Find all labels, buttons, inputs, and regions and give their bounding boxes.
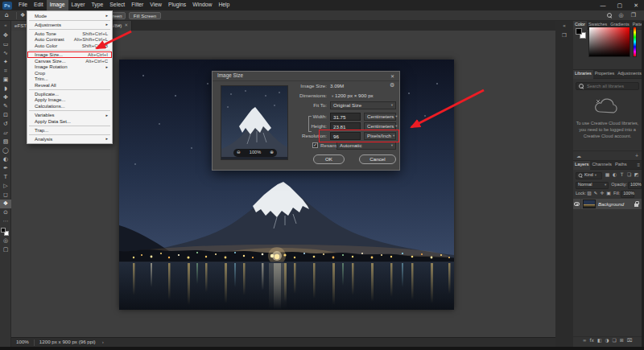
menu-item[interactable]: Variables ▸ — [27, 112, 112, 118]
menu-item[interactable]: Auto Contrast Alt+Shift+Ctrl+L ▸ — [27, 37, 112, 43]
close-button[interactable]: ✕ — [628, 0, 644, 10]
gear-icon[interactable]: ⚙ — [390, 83, 394, 89]
foreground-background-swatches[interactable] — [576, 28, 587, 39]
panel-menu-icon[interactable]: ≡ — [637, 163, 640, 167]
history-brush-tool[interactable]: ↺ — [0, 120, 11, 129]
shape-tool[interactable]: ◻ — [0, 191, 11, 200]
hue-slider[interactable] — [633, 27, 637, 57]
menu-item[interactable]: Apply Image... ▸ — [27, 97, 112, 104]
crop-tool[interactable]: ⌗ — [0, 67, 11, 76]
panel-tab[interactable]: Properties — [593, 70, 617, 79]
menubar-item[interactable]: File — [15, 0, 31, 10]
fill-screen-button[interactable]: Fill Screen — [129, 12, 161, 19]
blend-mode-dropdown[interactable]: Normal ▾ — [576, 182, 609, 189]
clone-stamp-tool[interactable]: ⊡ — [0, 111, 11, 120]
lock-position-icon[interactable]: ✛ — [599, 191, 605, 196]
new-layer-icon[interactable]: ⊞ — [620, 339, 624, 344]
edit-toolbar-icon[interactable]: ⋯ — [0, 217, 11, 226]
toolbar-collapse-icon[interactable]: « — [0, 21, 11, 29]
menubar-item[interactable]: View — [147, 0, 165, 10]
chevron-down-icon[interactable]: ▾ — [332, 94, 333, 98]
filter-shape-icon[interactable]: ❏ — [625, 173, 633, 178]
pen-tool[interactable]: ✒ — [0, 164, 11, 173]
library-search-field[interactable] — [576, 82, 639, 90]
maximize-button[interactable]: ▢ — [612, 0, 629, 10]
menubar-item[interactable]: Image — [47, 0, 68, 10]
resample-dropdown[interactable]: Automatic ▾ — [336, 142, 396, 150]
panel-stack-icon[interactable]: ❐ — [555, 31, 573, 40]
layer-visibility-toggle[interactable] — [573, 199, 581, 209]
frame-tool[interactable]: ▣ — [0, 76, 11, 84]
home-icon[interactable]: ⌂ — [5, 12, 9, 19]
layer-effects-icon[interactable]: fx — [590, 339, 594, 344]
delete-layer-icon[interactable]: ⌧ — [627, 339, 633, 344]
zoom-level[interactable]: 100% — [16, 340, 29, 344]
cancel-button[interactable]: Cancel — [359, 154, 396, 164]
filter-type-icon[interactable]: T — [618, 173, 625, 178]
tab-close-icon[interactable]: ✕ — [124, 23, 128, 28]
panel-tab[interactable]: Libraries — [573, 70, 593, 79]
status-chevron-icon[interactable]: › — [102, 340, 104, 344]
opacity-value[interactable]: 100% — [628, 182, 642, 189]
layer-mask-icon[interactable]: ◧ — [597, 339, 601, 344]
panel-tab[interactable]: Paths — [613, 161, 629, 170]
filter-adjustment-icon[interactable]: ◐ — [611, 173, 618, 178]
color-saturation-picker[interactable] — [588, 27, 630, 57]
panel-tab[interactable]: Layers — [573, 161, 590, 170]
menubar-item[interactable]: Type — [89, 0, 107, 10]
eyedropper-tool[interactable]: ◗ — [0, 84, 11, 93]
collapse-panels-icon[interactable]: « — [555, 21, 573, 31]
zoom-tool[interactable]: ⊙ — [0, 208, 11, 217]
menubar-item[interactable]: Filter — [128, 0, 147, 10]
workspace-switcher-icon[interactable]: ❐ — [631, 13, 636, 19]
move-tool[interactable]: ✥ — [0, 31, 11, 40]
foreground-background-swatches[interactable] — [1, 228, 10, 237]
layer-row-background[interactable]: Background — [573, 199, 642, 209]
fit-to-dropdown[interactable]: Original Size ▾ — [330, 101, 396, 109]
menubar-item[interactable]: Help — [215, 0, 233, 10]
dialog-title-bar[interactable]: Image Size ✕ — [213, 72, 399, 81]
eraser-tool[interactable]: ▱ — [0, 129, 11, 138]
menubar-item[interactable]: Plugins — [165, 0, 189, 10]
panel-tab[interactable]: Channels — [590, 161, 613, 170]
menu-item[interactable]: Trap... ▸ — [27, 127, 112, 134]
layer-group-icon[interactable]: ❏ — [613, 339, 617, 344]
lock-transparency-icon[interactable]: ▨ — [586, 191, 592, 196]
zoom-in-icon[interactable]: ⊕ — [270, 150, 274, 155]
brush-tool[interactable]: ✎ — [0, 102, 11, 111]
menubar-item[interactable]: Edit — [31, 0, 47, 10]
menu-item[interactable]: Apply Data Set... ▸ — [27, 118, 112, 125]
path-selection-tool[interactable]: ▷ — [0, 182, 11, 191]
dodge-tool[interactable]: ◐ — [0, 155, 11, 164]
fill-value[interactable]: 100% — [621, 191, 634, 198]
menu-item[interactable]: Auto Tone Shift+Ctrl+L ▸ — [27, 31, 112, 37]
menu-item[interactable]: Adjustments ▸ — [27, 22, 112, 28]
menu-item[interactable]: Mode ▸ — [27, 13, 112, 19]
ok-button[interactable]: OK — [313, 154, 345, 164]
quick-selection-tool[interactable]: ✦ — [0, 58, 11, 67]
menubar-item[interactable]: Layer — [68, 0, 89, 10]
screen-mode-icon[interactable]: ▢ — [0, 245, 11, 254]
quick-mask-icon[interactable]: ◎ — [0, 237, 11, 245]
menu-item[interactable]: Canvas Size... Alt+Ctrl+C ▸ — [27, 58, 112, 64]
menu-item[interactable]: Analysis ▸ — [27, 136, 112, 142]
search-input[interactable] — [585, 83, 634, 89]
menu-item[interactable]: Auto Color Shift+Ctrl+B ▸ — [27, 43, 112, 49]
learn-icon[interactable]: ◎ — [619, 13, 624, 19]
hand-tool-options-icon[interactable]: ❖ — [20, 13, 25, 19]
filter-pixel-icon[interactable]: ▦ — [604, 173, 611, 178]
menu-item[interactable]: Trim... ▸ — [27, 76, 112, 83]
lock-pixels-icon[interactable]: ✎ — [592, 191, 599, 196]
blur-tool[interactable]: ◯ — [0, 146, 11, 155]
panel-tab[interactable]: Adjustments — [616, 70, 643, 79]
width-input[interactable]: 31.75 — [330, 113, 361, 121]
width-unit-dropdown[interactable]: Centimeters ▾ — [364, 113, 396, 121]
search-icon[interactable] — [607, 13, 612, 18]
adjustment-layer-icon[interactable]: ◑ — [605, 339, 609, 344]
menubar-item[interactable]: Select — [106, 0, 128, 10]
filter-smart-object-icon[interactable]: ◩ — [633, 173, 640, 178]
menu-item[interactable]: Duplicate... ▸ — [27, 91, 112, 97]
healing-brush-tool[interactable]: ✚ — [0, 93, 11, 102]
layer-filter-dropdown[interactable]: Kind ▾ — [576, 172, 602, 179]
menu-item[interactable]: Crop ▸ — [27, 70, 112, 76]
